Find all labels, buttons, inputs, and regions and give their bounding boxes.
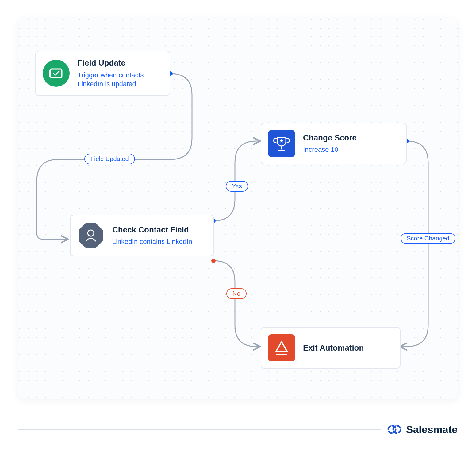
- brand-name: Salesmate: [406, 424, 458, 435]
- svg-marker-2: [79, 223, 103, 248]
- svg-point-7: [393, 426, 401, 433]
- change-score-icon: [268, 130, 295, 157]
- svg-rect-5: [268, 334, 295, 361]
- footer-rule: [18, 429, 381, 430]
- node-title: Check Contact Field: [112, 225, 192, 235]
- connector-dot: [211, 259, 216, 263]
- node-title: Change Score: [303, 133, 357, 143]
- edge-label-yes: Yes: [226, 181, 248, 192]
- node-field-update[interactable]: Field Update Trigger when contacts Linke…: [35, 51, 170, 96]
- edge-label-no: No: [226, 288, 247, 299]
- node-exit-automation[interactable]: Exit Automation: [261, 327, 401, 369]
- node-desc: Trigger when contacts LinkedIn is update…: [78, 71, 160, 89]
- node-change-score[interactable]: Change Score Increase 10: [261, 123, 407, 164]
- node-body: Check Contact Field LinkedIn contains Li…: [112, 225, 192, 246]
- edge-label-field-updated: Field Updated: [84, 154, 135, 164]
- node-body: Field Update Trigger when contacts Linke…: [78, 58, 160, 89]
- exit-automation-icon: [268, 334, 295, 361]
- node-desc: Increase 10: [303, 145, 357, 154]
- brand-logo: Salesmate: [387, 423, 458, 435]
- node-body: Exit Automation: [303, 343, 364, 353]
- footer: Salesmate: [18, 423, 458, 435]
- node-title: Exit Automation: [303, 343, 364, 353]
- node-body: Change Score Increase 10: [303, 133, 357, 154]
- automation-canvas: Field Update Trigger when contacts Linke…: [18, 18, 458, 399]
- node-check-contact-field[interactable]: Check Contact Field LinkedIn contains Li…: [70, 215, 214, 256]
- salesmate-mark-icon: [387, 423, 402, 435]
- svg-rect-4: [268, 130, 295, 157]
- node-desc: LinkedIn contains LinkedIn: [112, 237, 192, 246]
- svg-point-0: [43, 60, 70, 87]
- edge-label-score-changed: Score Changed: [401, 233, 455, 244]
- node-title: Field Update: [78, 58, 160, 68]
- check-contact-icon: [77, 222, 104, 249]
- field-update-icon: [43, 60, 70, 87]
